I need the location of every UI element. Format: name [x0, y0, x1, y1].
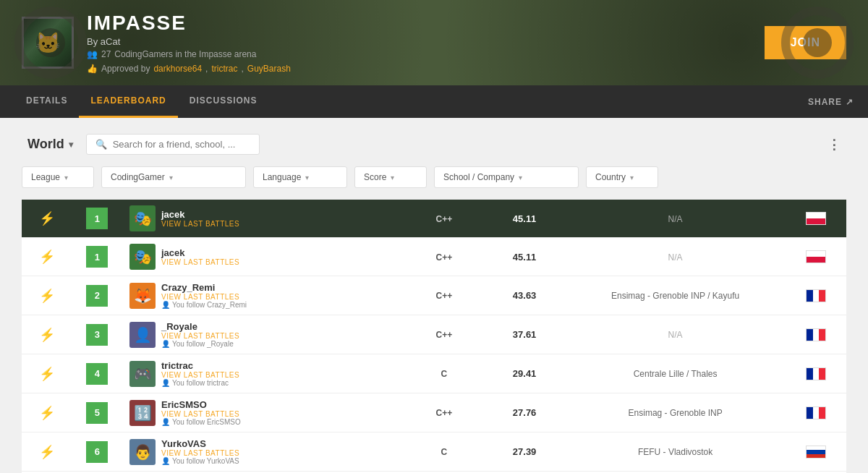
banner-approved: 👍 Approved by darkhorse64 , trictrac , G… — [87, 64, 765, 74]
tab-leaderboard[interactable]: LEADERBOARD — [79, 85, 177, 118]
language-value: C — [441, 369, 448, 379]
trophy-cell: ⚡ — [22, 432, 72, 472]
language-value: C++ — [436, 291, 453, 301]
filter-country[interactable]: Country ▾ — [586, 166, 658, 188]
tab-discussions[interactable]: DISCUSSIONS — [178, 85, 269, 118]
filter-dropdowns: League ▾ CodingGamer ▾ Language ▾ Score … — [22, 166, 846, 188]
language-value: C++ — [436, 214, 453, 224]
view-battles-link[interactable]: VIEW LAST BATTLES — [161, 258, 239, 266]
approver-sep-1: , — [205, 64, 208, 74]
player-name: YurkoVAS — [161, 438, 239, 449]
follow-icon: 👤 — [161, 301, 170, 309]
view-battles-link[interactable]: VIEW LAST BATTLES — [161, 449, 239, 457]
avatar: 👨 — [129, 439, 156, 465]
trophy-cell: ⚡ — [22, 238, 72, 276]
trophy-cell: ⚡ — [22, 276, 72, 315]
search-input[interactable] — [113, 139, 250, 150]
avatar: 🦊 — [129, 283, 156, 309]
trophy-icon: ⚡ — [39, 328, 55, 342]
approver-2[interactable]: trictrac — [211, 64, 237, 74]
language-cell: C++ — [404, 393, 484, 432]
player-cell: 🔢 EricSMSO VIEW LAST BATTLES 👤 You follo… — [122, 393, 404, 432]
rank-cell: 3 — [72, 315, 123, 354]
player-cell: 🎭 jacek VIEW LAST BATTLES — [122, 200, 404, 238]
approver-1[interactable]: darkhorse64 — [153, 64, 202, 74]
filter-league[interactable]: League ▾ — [22, 166, 94, 188]
player-name: trictrac — [161, 360, 239, 371]
world-selector[interactable]: World ▾ — [22, 132, 79, 156]
country-flag — [806, 367, 826, 380]
player-name: _Royale — [161, 321, 239, 332]
share-button[interactable]: SHARE ↗ — [808, 97, 854, 107]
avatar: 🎭 — [129, 244, 156, 270]
player-cell: 👨 YurkoVAS VIEW LAST BATTLES 👤 You follo… — [122, 432, 404, 472]
country-cell — [786, 200, 846, 238]
follow-icon: 👤 — [161, 340, 170, 348]
tab-details[interactable]: DETAILS — [14, 85, 79, 118]
player-cell: 🎭 jacek VIEW LAST BATTLES — [122, 238, 404, 276]
language-value: C — [441, 447, 448, 457]
school-cell: N/A — [565, 315, 786, 354]
rank-badge: 1 — [86, 246, 108, 268]
search-icon: 🔍 — [95, 139, 107, 150]
filter-score[interactable]: Score ▾ — [354, 166, 427, 188]
rank-cell: 4 — [72, 354, 123, 393]
avatar: 👤 — [129, 322, 156, 348]
filter-score-label: Score — [364, 172, 386, 182]
language-cell: C++ — [404, 276, 484, 315]
rank-cell: 6 — [72, 432, 123, 472]
country-flag — [806, 250, 826, 263]
filter-codinggamer[interactable]: CodingGamer ▾ — [101, 166, 246, 188]
school-value: N/A — [668, 252, 683, 263]
school-cell: Ensimag - Grenoble INP — [565, 393, 786, 432]
trophy-icon: ⚡ — [39, 289, 55, 303]
chevron-down-icon: ▾ — [391, 174, 394, 182]
arena-title: IMPASSE — [87, 12, 765, 35]
filter-language[interactable]: Language ▾ — [253, 166, 347, 188]
trophy-cell: ⚡ — [22, 354, 72, 393]
country-cell — [786, 276, 846, 315]
rank-badge: 6 — [86, 441, 108, 463]
follow-label: 👤 You follow YurkoVAS — [161, 457, 239, 465]
share-label: SHARE — [808, 97, 842, 107]
school-value: Centrale Lille / Thales — [634, 369, 718, 379]
table-row: ⚡ 2 🦊 Crazy_Remi VIEW LAST BATTLES 👤 You… — [22, 276, 846, 315]
score-value: 27.76 — [513, 407, 537, 418]
view-battles-link[interactable]: VIEW LAST BATTLES — [161, 371, 239, 379]
view-battles-link[interactable]: VIEW LAST BATTLES — [161, 293, 247, 301]
filter-league-label: League — [31, 172, 60, 182]
score-cell: 45.11 — [484, 238, 564, 276]
player-name: Crazy_Remi — [161, 282, 247, 293]
score-value: 27.39 — [513, 446, 537, 457]
score-cell: 37.61 — [484, 315, 564, 354]
player-cell: 🎮 trictrac VIEW LAST BATTLES 👤 You follo… — [122, 354, 404, 393]
player-name: jacek — [161, 247, 239, 258]
follow-icon: 👤 — [161, 457, 170, 465]
filter-school[interactable]: School / Company ▾ — [434, 166, 579, 188]
score-cell: 43.63 — [484, 276, 564, 315]
table-row: ⚡ 4 🎮 trictrac VIEW LAST BATTLES 👤 You f… — [22, 354, 846, 393]
player-name: EricSMSO — [161, 399, 241, 410]
player-info: trictrac VIEW LAST BATTLES 👤 You follow … — [161, 360, 239, 387]
view-battles-link[interactable]: VIEW LAST BATTLES — [161, 220, 239, 228]
rank-badge: 4 — [86, 363, 108, 385]
view-battles-link[interactable]: VIEW LAST BATTLES — [161, 410, 241, 418]
approver-3[interactable]: GuyBarash — [247, 64, 291, 74]
users-count: 27 — [101, 49, 111, 59]
player-info: jacek VIEW LAST BATTLES — [161, 247, 239, 266]
filter-country-label: Country — [595, 172, 626, 182]
trophy-icon: ⚡ — [39, 367, 55, 381]
table-row: ⚡ 1 🎭 jacek VIEW LAST BATTLES C++ 45.11 … — [22, 200, 846, 238]
more-options-button[interactable]: ⋮ — [822, 134, 846, 155]
score-value: 43.63 — [513, 290, 537, 301]
country-flag — [806, 446, 826, 459]
score-value: 45.11 — [513, 252, 537, 263]
follow-label: 👤 You follow _Royale — [161, 340, 239, 348]
school-value: FEFU - Vladivostok — [638, 447, 712, 457]
rank-cell: 5 — [72, 393, 123, 432]
score-cell: 29.41 — [484, 354, 564, 393]
language-cell: C++ — [404, 200, 484, 238]
rank-cell: 2 — [72, 276, 123, 315]
view-battles-link[interactable]: VIEW LAST BATTLES — [161, 332, 239, 340]
avatar: 🎮 — [129, 361, 156, 387]
